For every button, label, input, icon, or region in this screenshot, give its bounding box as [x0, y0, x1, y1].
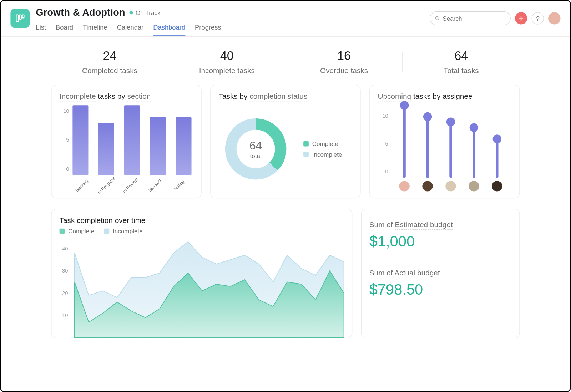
tab-progress[interactable]: Progress	[195, 21, 221, 36]
donut-chart: 64 total	[219, 112, 293, 186]
panel-budgets[interactable]: Sum of Estimated budget $1,000 Sum of Ac…	[361, 209, 520, 338]
budget-estimated: Sum of Estimated budget $1,000	[369, 216, 512, 256]
metric-value: 24	[51, 49, 168, 63]
assignee-avatar[interactable]	[422, 181, 433, 191]
legend-item-incomplete[interactable]: Incomplete	[303, 151, 342, 158]
tab-board[interactable]: Board	[56, 21, 73, 36]
assignee-avatar[interactable]	[492, 181, 502, 191]
assignee-avatar[interactable]	[445, 181, 456, 191]
area-legend: Complete Incomplete	[60, 228, 344, 235]
lollipop-1[interactable]	[403, 105, 405, 178]
x-label: Backlog	[72, 176, 97, 201]
search-input[interactable]	[443, 15, 506, 22]
bar-chart: 0510 BacklogIn ProgressIn ReviewBlockedT…	[60, 105, 193, 188]
metric-label: Completed tasks	[51, 66, 168, 75]
budget-label: Sum of Estimated budget	[369, 221, 512, 230]
y-tick: 10	[62, 312, 68, 319]
metric-overdue-tasks[interactable]: 16 Overdue tasks	[286, 49, 403, 75]
filter-link-section[interactable]: section	[127, 92, 151, 101]
assignee-avatar[interactable]	[469, 181, 479, 191]
metric-row: 24 Completed tasks 40 Incomplete tasks 1…	[51, 49, 520, 75]
x-label: Blocked	[145, 176, 170, 201]
y-tick: 30	[62, 268, 68, 274]
legend-item-complete[interactable]: Complete	[303, 140, 342, 147]
panel-title: Upcoming tasks by assignee	[378, 92, 511, 101]
filter-link-est-budget[interactable]: Estimated budget	[395, 221, 453, 230]
filter-link-completion[interactable]: completion status	[249, 92, 307, 101]
legend-label: Complete	[68, 228, 94, 235]
legend-item-incomplete[interactable]: Incomplete	[104, 228, 142, 235]
tab-list[interactable]: List	[36, 21, 46, 36]
status-label: On Track	[136, 9, 161, 16]
project-icon[interactable]	[10, 9, 30, 28]
status-dot-icon	[130, 11, 133, 15]
current-user-avatar[interactable]	[548, 12, 560, 24]
tab-calendar[interactable]: Calendar	[117, 21, 144, 36]
search-field[interactable]	[430, 11, 511, 25]
metric-label: Incomplete tasks	[168, 66, 286, 75]
tab-timeline[interactable]: Timeline	[83, 21, 107, 36]
assignee-avatar[interactable]	[399, 181, 409, 191]
bar-in-review[interactable]	[124, 105, 140, 175]
lollipop-5[interactable]	[496, 105, 499, 178]
legend-label: Incomplete	[113, 228, 143, 235]
budget-actual: Sum of Actual budget $798.50	[369, 264, 512, 304]
x-label: Testing	[170, 176, 194, 201]
metric-incomplete-tasks[interactable]: 40 Incomplete tasks	[168, 49, 286, 75]
donut-center-value: 64	[249, 139, 262, 152]
y-tick: 0	[378, 169, 391, 175]
legend-item-complete[interactable]: Complete	[60, 228, 95, 235]
metric-label: Overdue tasks	[286, 66, 403, 75]
filter-link-upcoming[interactable]: Upcoming	[378, 92, 411, 101]
legend-label: Incomplete	[312, 151, 342, 158]
x-label: In Progress	[97, 176, 121, 201]
y-tick: 10	[378, 113, 391, 119]
metric-value: 16	[286, 49, 403, 63]
bar-backlog[interactable]	[72, 105, 88, 175]
donut-center-label: total	[250, 152, 261, 159]
y-tick: 0	[60, 166, 72, 172]
lollipop-3[interactable]	[449, 105, 452, 178]
divider	[369, 259, 512, 259]
bar-blocked[interactable]	[150, 117, 166, 175]
budget-actual-value: $798.50	[369, 281, 512, 298]
bar-testing[interactable]	[176, 117, 191, 175]
nav-tabs: List Board Timeline Calendar Dashboard P…	[36, 21, 430, 36]
lollipop-chart: 0510	[378, 105, 511, 193]
panel-completion-status[interactable]: Tasks by completion status 64 total Comp	[210, 85, 360, 199]
metric-completed-tasks[interactable]: 24 Completed tasks	[51, 49, 168, 75]
metric-label: Total tasks	[403, 66, 520, 75]
svg-point-3	[435, 16, 438, 19]
panel-incomplete-by-section[interactable]: Incomplete tasks by section 0510 Backlog…	[51, 85, 201, 199]
area-chart: 10203040	[60, 237, 344, 338]
panel-completion-over-time[interactable]: Task completion over time Complete Incom…	[51, 209, 352, 338]
lollipop-4[interactable]	[473, 105, 475, 178]
y-tick: 40	[62, 245, 68, 251]
add-button[interactable]: ＋	[515, 12, 527, 24]
panel-title: Incomplete tasks by section	[60, 92, 193, 101]
plus-icon: ＋	[517, 13, 525, 24]
panel-title: Tasks by completion status	[219, 92, 353, 101]
y-tick: 20	[62, 290, 68, 296]
filter-link-act-budget[interactable]: Actual budget	[394, 269, 440, 278]
help-button[interactable]: ?	[532, 12, 544, 24]
lollipop-2[interactable]	[426, 105, 429, 178]
budget-label: Sum of Actual budget	[369, 269, 512, 278]
filter-link-status[interactable]: Incomplete	[60, 92, 96, 101]
legend-swatch-icon	[303, 152, 309, 157]
bar-in-progress[interactable]	[98, 123, 114, 175]
svg-rect-2	[22, 15, 24, 18]
legend-swatch-icon	[303, 141, 309, 147]
svg-rect-0	[16, 15, 18, 22]
metric-total-tasks[interactable]: 64 Total tasks	[403, 49, 520, 75]
panel-upcoming-by-assignee[interactable]: Upcoming tasks by assignee 0510	[369, 85, 520, 199]
budget-estimated-value: $1,000	[369, 233, 512, 250]
y-tick: 5	[60, 137, 72, 143]
dashboard-window: Growth & Adoption On Track List Board Ti…	[0, 0, 571, 392]
search-icon	[435, 15, 440, 21]
x-label: In Review	[121, 176, 146, 201]
metric-value: 40	[168, 49, 286, 63]
project-title[interactable]: Growth & Adoption	[36, 7, 125, 19]
project-status[interactable]: On Track	[130, 9, 161, 16]
tab-dashboard[interactable]: Dashboard	[153, 21, 185, 36]
